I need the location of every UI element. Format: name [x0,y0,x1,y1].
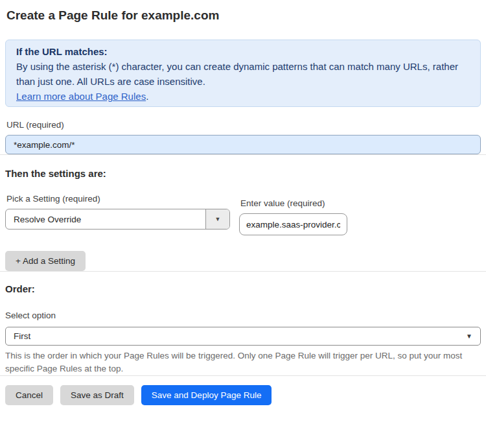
settings-section-heading: Then the settings are: [5,168,481,180]
cancel-button[interactable]: Cancel [5,385,53,405]
setting-select-label: Pick a Setting (required) [6,194,230,204]
info-box-link-line: Learn more about Page Rules. [16,89,470,104]
save-deploy-button[interactable]: Save and Deploy Page Rule [141,385,272,405]
url-input[interactable] [5,135,481,154]
order-select-label: Select option [5,311,481,321]
order-section-heading: Order: [5,283,481,295]
setting-value-label: Enter value (required) [240,198,347,209]
url-match-info-box: If the URL matches: By using the asteris… [5,40,481,107]
chevron-down-icon: ▼ [466,333,472,340]
setting-select-column: Pick a Setting (required) Resolve Overri… [5,194,230,230]
settings-row: Pick a Setting (required) Resolve Overri… [5,194,481,235]
order-select-value: First [14,331,30,341]
divider [0,154,486,155]
save-draft-button[interactable]: Save as Draft [60,385,134,405]
link-suffix: . [146,91,148,102]
page-title: Create a Page Rule for example.com [6,8,481,23]
learn-more-link[interactable]: Learn more about Page Rules [16,91,146,102]
info-box-body: By using the asterisk (*) character, you… [16,59,470,89]
info-box-heading: If the URL matches: [16,44,470,59]
url-field-label: URL (required) [6,120,481,130]
add-setting-button[interactable]: + Add a Setting [5,251,86,271]
order-select[interactable]: First ▼ [5,327,481,346]
chevron-down-icon[interactable]: ▼ [205,209,229,229]
divider [0,271,486,272]
setting-select[interactable]: Resolve Override ▼ [5,209,230,230]
setting-select-value: Resolve Override [6,209,205,229]
order-help-text: This is the order in which your Page Rul… [5,349,476,375]
footer-button-row: Cancel Save as Draft Save and Deploy Pag… [5,385,481,405]
divider [0,375,486,376]
setting-value-input[interactable] [239,213,347,235]
setting-value-column: Enter value (required) [239,198,347,235]
